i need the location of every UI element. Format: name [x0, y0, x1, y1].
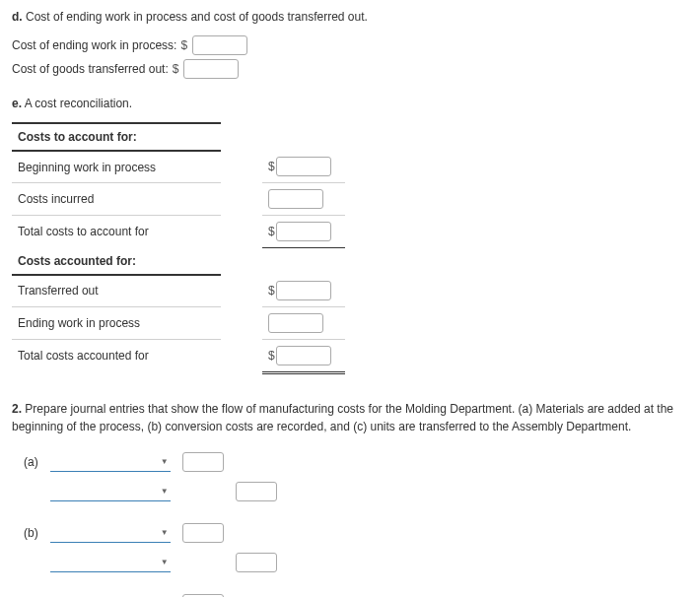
entry-a-debit-amount-input[interactable] [182, 452, 224, 472]
entry-b-credit-amount-input[interactable] [236, 553, 277, 572]
cogs-transferred-row: Cost of goods transferred out: $ [12, 59, 688, 79]
cogs-transferred-label: Cost of goods transferred out: [12, 62, 169, 76]
entry-b-label: (b) [18, 520, 44, 546]
ending-wip-label: Cost of ending work in process: [12, 38, 176, 52]
entry-c-debit-row: (c) ▼ [18, 591, 283, 598]
question-2-text: 2. Prepare journal entries that show the… [12, 400, 688, 435]
total-accounted-label: Total costs accounted for [12, 339, 221, 372]
currency-symbol: $ [268, 225, 275, 238]
section-e-label: e. [12, 97, 22, 110]
chevron-down-icon: ▼ [161, 558, 169, 566]
section-e-title: A cost reconciliation. [25, 97, 132, 110]
transferred-out-input[interactable] [276, 281, 331, 300]
ending-wip-acct-label: Ending work in process [12, 306, 221, 339]
entry-a-debit-row: (a) ▼ [18, 449, 283, 475]
costs-incurred-row: Costs incurred [12, 183, 345, 216]
entry-b-debit-amount-input[interactable] [182, 523, 224, 543]
question-2-body: Prepare journal entries that show the fl… [12, 402, 673, 433]
chevron-down-icon: ▼ [161, 457, 169, 466]
currency-symbol: $ [268, 160, 275, 173]
beginning-wip-input[interactable] [276, 157, 331, 176]
total-to-account-label: Total costs to account for [12, 216, 221, 248]
costs-to-account-header: Costs to account for: [12, 123, 221, 151]
ending-wip-input[interactable] [192, 35, 247, 55]
entry-a-label: (a) [18, 449, 44, 475]
entry-c-debit-account-select[interactable]: ▼ [50, 594, 171, 598]
entry-a-credit-amount-input[interactable] [236, 482, 277, 501]
costs-accounted-header-row: Costs accounted for: [12, 248, 345, 275]
entry-a-debit-account-select[interactable]: ▼ [50, 452, 171, 472]
costs-accounted-header: Costs accounted for: [12, 248, 221, 275]
costs-incurred-input[interactable] [268, 189, 323, 209]
currency-symbol: $ [173, 62, 179, 76]
total-accounted-row: Total costs accounted for $ [12, 339, 345, 372]
entry-b-credit-row: ▼ [18, 550, 283, 575]
entry-c-debit-amount-input[interactable] [182, 594, 224, 598]
section-d-heading: d. Cost of ending work in process and co… [12, 10, 688, 24]
section-d-label: d. [12, 10, 23, 24]
cogs-transferred-input[interactable] [183, 59, 239, 79]
entry-a-credit-row: ▼ [18, 479, 283, 504]
currency-symbol: $ [268, 284, 275, 298]
currency-symbol: $ [268, 349, 275, 363]
entry-b-debit-row: (b) ▼ [18, 520, 283, 546]
section-d-title: Cost of ending work in process and cost … [26, 10, 368, 24]
ending-wip-acct-row: Ending work in process [12, 306, 345, 339]
entry-b-credit-account-select[interactable]: ▼ [50, 553, 171, 572]
reconciliation-table: Costs to account for: Beginning work in … [12, 122, 345, 374]
ending-wip-row: Cost of ending work in process: $ [12, 35, 688, 55]
transferred-out-row: Transferred out $ [12, 275, 345, 307]
chevron-down-icon: ▼ [161, 487, 169, 496]
ending-wip-acct-input[interactable] [268, 313, 323, 333]
currency-symbol: $ [180, 38, 187, 52]
costs-incurred-label: Costs incurred [12, 183, 221, 216]
costs-to-account-header-row: Costs to account for: [12, 123, 345, 151]
entry-c-label: (c) [18, 591, 44, 598]
chevron-down-icon: ▼ [161, 528, 169, 537]
entry-b-debit-account-select[interactable]: ▼ [50, 523, 171, 543]
journal-entries-table: (a) ▼ ▼ (b) ▼ ▼ [18, 445, 283, 598]
beginning-wip-row: Beginning work in process $ [12, 151, 345, 183]
entry-a-credit-account-select[interactable]: ▼ [50, 482, 171, 501]
question-2-label: 2. [12, 402, 22, 416]
total-accounted-input[interactable] [276, 346, 331, 365]
total-to-account-input[interactable] [276, 222, 331, 241]
beginning-wip-label: Beginning work in process [12, 151, 221, 183]
section-e-heading: e. A cost reconciliation. [12, 97, 688, 110]
transferred-out-label: Transferred out [12, 275, 221, 307]
total-to-account-row: Total costs to account for $ [12, 216, 345, 248]
